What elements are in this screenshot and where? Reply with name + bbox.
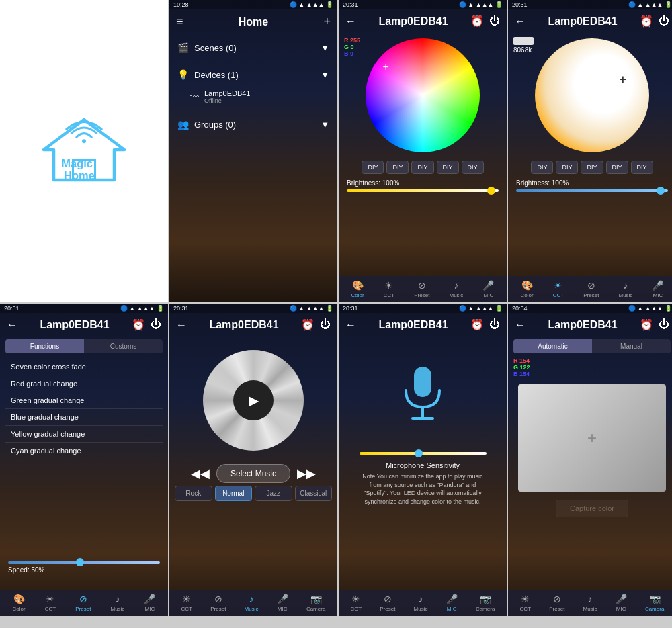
- menu-icon[interactable]: ≡: [176, 15, 183, 29]
- diy-btn-5[interactable]: DIY: [462, 161, 484, 174]
- back-icon-preset[interactable]: ←: [7, 319, 17, 331]
- diy-cct-btn-5[interactable]: DIY: [631, 161, 653, 174]
- nav-cct-active[interactable]: ☀ CCT: [553, 280, 564, 298]
- power-icon-camera[interactable]: ⏻: [659, 318, 669, 331]
- rewind-button[interactable]: ◀◀: [191, 466, 210, 481]
- nav-preset[interactable]: ⊘ Preset: [414, 280, 429, 298]
- play-button[interactable]: ▶: [233, 380, 274, 420]
- color-nav-icon-preset: 🎨: [13, 594, 25, 604]
- power-icon-music[interactable]: ⏻: [320, 318, 331, 331]
- brightness-handle[interactable]: [487, 187, 495, 195]
- time-music: 20:31: [173, 305, 189, 312]
- scenes-menu-item[interactable]: 🎬 Scenes (0) ▼: [169, 37, 337, 58]
- alarm-icon-music[interactable]: ⏰: [301, 318, 314, 331]
- tab-manual[interactable]: Manual: [592, 339, 671, 353]
- alarm-icon-mic[interactable]: ⏰: [470, 318, 484, 331]
- diy-btn-3[interactable]: DIY: [411, 161, 433, 174]
- nav-color-preset[interactable]: 🎨 Color: [13, 594, 26, 612]
- nav-preset-camera[interactable]: ⊘ Preset: [549, 594, 564, 612]
- devices-menu-item[interactable]: 💡 Devices (1) ▼: [169, 64, 337, 85]
- speed-slider[interactable]: [8, 561, 160, 564]
- nav-music[interactable]: ♪ Music: [449, 280, 463, 298]
- tab-customs[interactable]: Customs: [84, 339, 163, 353]
- alarm-icon-cct[interactable]: ⏰: [640, 15, 653, 28]
- preset-item-6[interactable]: Cyan gradual change: [5, 443, 163, 459]
- color-wheel[interactable]: +: [366, 38, 480, 152]
- nav-cct-music[interactable]: ☀ CCT: [181, 594, 192, 612]
- brightness-slider[interactable]: [347, 189, 499, 192]
- alarm-icon-color[interactable]: ⏰: [470, 15, 484, 28]
- nav-mic[interactable]: 🎤 MIC: [482, 280, 494, 298]
- select-music-button[interactable]: Select Music: [216, 464, 290, 483]
- cct-wheel-container[interactable]: +: [508, 38, 672, 152]
- nav-preset-cct[interactable]: ⊘ Preset: [583, 280, 599, 298]
- nav-music-cct[interactable]: ♪ Music: [618, 280, 632, 298]
- power-icon-cct[interactable]: ⏻: [659, 15, 669, 28]
- preset-item-3[interactable]: Green gradual change: [5, 392, 163, 409]
- power-icon-color[interactable]: ⏻: [489, 15, 500, 28]
- nav-color[interactable]: 🎨 Color: [351, 280, 364, 298]
- camera-nav-icon-active: 📷: [649, 594, 661, 604]
- tab-functions[interactable]: Functions: [5, 339, 84, 353]
- groups-menu-item[interactable]: 👥 Groups (0) ▼: [169, 114, 337, 135]
- diy-cct-btn-4[interactable]: DIY: [606, 161, 628, 174]
- back-icon-mic[interactable]: ←: [345, 319, 356, 331]
- nav-music-camera[interactable]: ♪ Music: [583, 594, 597, 612]
- nav-color-cct[interactable]: 🎨 Color: [521, 280, 534, 298]
- diy-btn-2[interactable]: DIY: [386, 161, 409, 174]
- preset-item-2[interactable]: Red gradual change: [5, 375, 163, 392]
- mic-nav-icon-music: 🎤: [277, 594, 288, 604]
- brightness-handle-cct[interactable]: [657, 187, 665, 195]
- preset-item-4[interactable]: Blue gradual change: [5, 409, 163, 426]
- cct-plus: +: [619, 73, 626, 87]
- nav-preset-active[interactable]: ⊘ Preset: [75, 594, 91, 612]
- color-wheel-container[interactable]: +: [339, 38, 507, 152]
- back-icon-cct[interactable]: ←: [515, 15, 526, 28]
- device-item[interactable]: 〰 Lamp0EDB41 Offline: [169, 85, 337, 108]
- power-icon-mic[interactable]: ⏻: [489, 318, 500, 331]
- diy-btn-1[interactable]: DIY: [362, 161, 384, 174]
- color-picker-canvas[interactable]: +: [518, 384, 666, 492]
- back-icon-camera[interactable]: ←: [515, 319, 526, 331]
- nav-mic-music[interactable]: 🎤 MIC: [277, 594, 288, 612]
- brightness-slider-cct[interactable]: [516, 189, 668, 192]
- preset-item-5[interactable]: Yellow gradual change: [5, 426, 163, 443]
- nav-camera-mic[interactable]: 📷 Camera: [476, 594, 495, 612]
- genre-jazz[interactable]: Jazz: [255, 486, 292, 501]
- genre-classical[interactable]: Classical: [295, 486, 333, 501]
- genre-rock[interactable]: Rock: [175, 486, 212, 501]
- genre-normal[interactable]: Normal: [215, 486, 253, 501]
- nav-cct-mic[interactable]: ☀ CCT: [351, 594, 362, 612]
- nav-cct-preset[interactable]: ☀ CCT: [45, 594, 56, 612]
- nav-mic-active[interactable]: 🎤 MIC: [446, 594, 458, 612]
- add-icon[interactable]: +: [323, 15, 331, 29]
- forward-button[interactable]: ▶▶: [297, 466, 316, 481]
- power-icon-preset[interactable]: ⏻: [151, 318, 161, 331]
- diy-btn-4[interactable]: DIY: [437, 161, 459, 174]
- nav-mic-preset[interactable]: 🎤 MIC: [144, 594, 155, 612]
- nav-preset-mic[interactable]: ⊘ Preset: [380, 594, 395, 612]
- back-icon-color[interactable]: ←: [345, 15, 356, 28]
- nav-music-mic[interactable]: ♪ Music: [414, 594, 428, 612]
- mic-sensitivity-slider[interactable]: [360, 452, 487, 455]
- nav-music-preset[interactable]: ♪ Music: [110, 594, 124, 612]
- tab-automatic[interactable]: Automatic: [513, 339, 592, 353]
- nav-mic-camera[interactable]: 🎤 MIC: [616, 594, 627, 612]
- diy-cct-btn-1[interactable]: DIY: [531, 161, 553, 174]
- alarm-icon-camera[interactable]: ⏰: [640, 318, 653, 331]
- nav-mic-cct[interactable]: 🎤 MIC: [652, 280, 663, 298]
- alarm-icon-preset[interactable]: ⏰: [132, 318, 145, 331]
- mic-slider-handle[interactable]: [415, 449, 423, 457]
- diy-cct-btn-2[interactable]: DIY: [556, 161, 578, 174]
- cct-wheel[interactable]: +: [535, 38, 649, 152]
- speed-handle[interactable]: [76, 558, 84, 566]
- nav-cct[interactable]: ☀ CCT: [384, 280, 394, 298]
- nav-cct-camera[interactable]: ☀ CCT: [520, 594, 531, 612]
- nav-camera-music[interactable]: 📷 Camera: [306, 594, 325, 612]
- back-icon-music[interactable]: ←: [176, 319, 187, 331]
- nav-music-active[interactable]: ♪ Music: [245, 594, 259, 612]
- nav-preset-music[interactable]: ⊘ Preset: [210, 594, 226, 612]
- nav-camera-active[interactable]: 📷 Camera: [645, 594, 664, 612]
- preset-item-1[interactable]: Seven color cross fade: [5, 359, 163, 375]
- diy-cct-btn-3[interactable]: DIY: [581, 161, 603, 174]
